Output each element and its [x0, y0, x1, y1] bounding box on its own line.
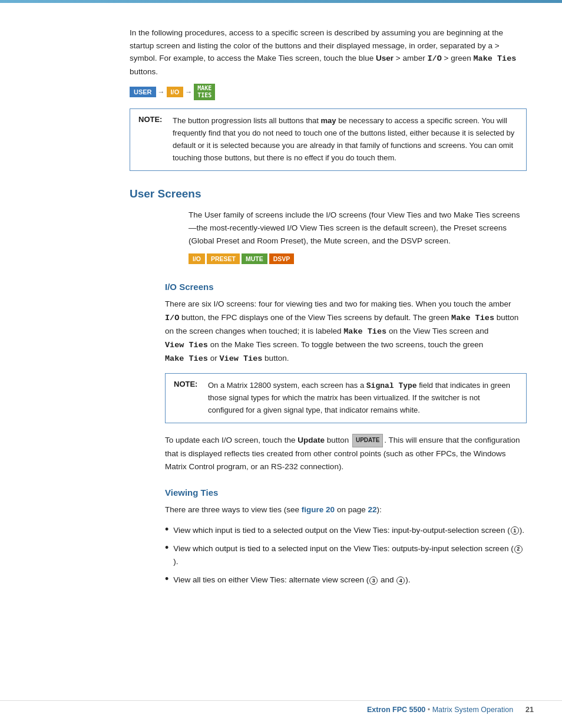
bullet-item-3: • View all ties on either View Ties: alt… — [165, 574, 527, 587]
page-22-link: 22 — [368, 505, 376, 514]
user-bold-label: User — [376, 54, 394, 62]
io-screens-heading: I/O Screens — [165, 282, 527, 292]
dsvp-button: DSVP — [269, 253, 295, 264]
bullet-dot-3: • — [165, 574, 168, 585]
page-footer: Extron FPC 5500 • Matrix System Operatio… — [0, 700, 562, 714]
footer-section: Matrix System Operation — [432, 706, 514, 714]
arrow-icon-1: → — [158, 88, 165, 96]
note-text-1: The button progression lists all buttons… — [173, 115, 518, 164]
make-ties-button: MAKETIES — [194, 84, 215, 100]
mute-button: MUTE — [242, 253, 267, 264]
bullet-text-3: View all ties on either View Ties: alter… — [173, 574, 410, 587]
circle-3: 3 — [369, 577, 378, 585]
footer-page: 21 — [525, 706, 534, 714]
io-button: I/O — [167, 87, 184, 97]
circle-1: 1 — [511, 526, 519, 535]
note-label-1: NOTE: — [138, 115, 167, 124]
user-screens-body: The User family of screens include the I… — [189, 209, 527, 248]
circle-4: 4 — [396, 577, 405, 585]
user-button: USER — [130, 87, 156, 97]
intro-paragraph: In the following procedures, access to a… — [130, 27, 527, 78]
io-screen-button: I/O — [189, 253, 205, 264]
user-screens-section: User Screens The User family of screens … — [130, 187, 527, 265]
viewing-ties-subsection: Viewing Ties There are three ways to vie… — [130, 487, 527, 587]
bullet-item-2: • View which output is tied to a selecte… — [165, 542, 527, 568]
viewing-ties-heading: Viewing Ties — [165, 487, 527, 498]
viewing-ties-list: • View which input is tied to a selected… — [165, 524, 527, 587]
circle-2: 2 — [514, 545, 523, 554]
button-strip: USER → I/O → MAKETIES — [130, 84, 527, 100]
io-bold-label: I/O — [427, 54, 441, 63]
bullet-item-1: • View which input is tied to a selected… — [165, 524, 527, 537]
user-screens-button-strip: I/O PRESET MUTE DSVP — [130, 253, 527, 264]
note-label-2: NOTE: — [174, 380, 202, 388]
io-screens-subsection: I/O Screens There are six I/O screens: f… — [130, 282, 527, 473]
bullet-text-1: View which input is tied to a selected o… — [173, 524, 524, 537]
update-button-inline: UPDATE — [352, 434, 383, 447]
io-screens-para1: There are six I/O screens: four for view… — [165, 298, 527, 365]
footer-spacer — [515, 706, 524, 714]
make-ties-bold-label: Make Ties — [473, 54, 516, 63]
note-text-2: On a Matrix 12800 system, each screen ha… — [208, 380, 518, 417]
preset-button: PRESET — [207, 253, 240, 264]
footer-brand: Extron FPC 5500 — [367, 706, 425, 714]
bullet-dot-1: • — [165, 524, 168, 536]
bullet-dot-2: • — [165, 542, 168, 554]
arrow-icon-2: → — [185, 88, 192, 96]
note-box-1: NOTE: The button progression lists all b… — [130, 108, 527, 170]
note-box-2: NOTE: On a Matrix 12800 system, each scr… — [165, 373, 527, 423]
figure-20-link: figure 20 — [302, 505, 335, 514]
footer-bullet: • — [428, 706, 432, 714]
viewing-ties-intro: There are three ways to view ties (see f… — [165, 503, 527, 516]
bullet-text-2: View which output is tied to a selected … — [173, 542, 527, 568]
user-screens-heading: User Screens — [130, 187, 527, 200]
io-update-para: To update each I/O screen, touch the Upd… — [165, 434, 527, 473]
